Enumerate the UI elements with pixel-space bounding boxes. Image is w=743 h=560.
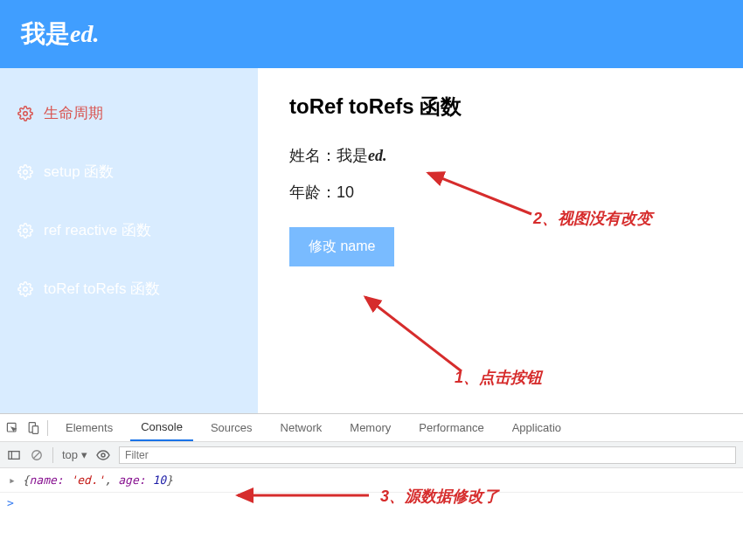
gear-icon: [17, 281, 33, 297]
main-layout: 生命周期 setup 函数 ref reactive 函数 toRef toRe…: [0, 68, 743, 413]
console-prompt[interactable]: >: [0, 493, 743, 513]
svg-line-16: [34, 452, 40, 458]
modify-name-button[interactable]: 修改 name: [289, 227, 394, 266]
header-title: 我是ed.: [21, 17, 99, 51]
clear-icon[interactable]: [30, 448, 44, 462]
header-title-suffix: ed.: [70, 20, 99, 47]
age-value: 10: [337, 183, 354, 201]
gear-icon: [17, 164, 33, 180]
svg-rect-12: [32, 425, 38, 433]
log-key-name: name:: [29, 474, 63, 487]
sidebar-item-label: toRef toRefs 函数: [44, 279, 160, 299]
sidebar-toggle-icon[interactable]: [7, 448, 21, 462]
log-val-name: 'ed.': [70, 474, 104, 487]
chevron-down-icon: ▾: [81, 448, 87, 461]
svg-point-2: [24, 228, 28, 232]
main-content: toRef toRefs 函数 姓名：我是ed. 年龄：10 修改 name: [258, 68, 743, 413]
console-log-row[interactable]: ▸ {name: 'ed.', age: 10}: [0, 468, 743, 493]
age-label: 年龄：: [289, 183, 337, 201]
tab-sources[interactable]: Sources: [200, 415, 263, 440]
sidebar-item-toref[interactable]: toRef toRefs 函数: [0, 259, 258, 318]
page-title: toRef toRefs 函数: [289, 93, 712, 121]
sidebar-item-label: setup 函数: [44, 162, 114, 182]
brace-close: }: [166, 474, 173, 487]
devtools-panel: Elements Console Sources Network Memory …: [0, 413, 743, 513]
tab-console[interactable]: Console: [130, 414, 193, 441]
tab-application[interactable]: Applicatio: [502, 415, 572, 440]
sidebar-item-label: ref reactive 函数: [44, 220, 151, 240]
context-select[interactable]: top ▾: [62, 448, 87, 461]
context-label: top: [62, 448, 78, 461]
device-icon[interactable]: [26, 421, 40, 435]
log-val-age: 10: [152, 474, 166, 487]
svg-point-0: [24, 111, 28, 115]
name-value-suffix: ed.: [368, 147, 387, 164]
expand-triangle-icon[interactable]: ▸: [9, 474, 16, 487]
svg-rect-13: [9, 451, 19, 459]
name-value-prefix: 我是: [337, 147, 368, 164]
svg-point-17: [101, 453, 105, 457]
log-comma: ,: [105, 474, 119, 487]
sidebar-item-label: 生命周期: [44, 103, 103, 123]
divider: [47, 420, 48, 436]
filter-input[interactable]: [119, 446, 736, 464]
divider: [52, 447, 53, 463]
tab-memory[interactable]: Memory: [339, 415, 401, 440]
name-label: 姓名：: [289, 147, 337, 164]
header-title-prefix: 我是: [21, 20, 70, 47]
tab-performance[interactable]: Performance: [408, 415, 494, 440]
sidebar-item-ref-reactive[interactable]: ref reactive 函数: [0, 201, 258, 259]
log-key-age: age:: [118, 474, 145, 487]
eye-icon[interactable]: [96, 448, 110, 462]
sidebar-item-setup[interactable]: setup 函数: [0, 142, 258, 201]
name-row: 姓名：我是ed.: [289, 145, 712, 166]
tab-network[interactable]: Network: [270, 415, 333, 440]
gear-icon: [17, 223, 33, 239]
devtools-tabs: Elements Console Sources Network Memory …: [0, 414, 743, 442]
svg-point-1: [24, 169, 28, 174]
tab-elements[interactable]: Elements: [55, 415, 123, 440]
sidebar-item-lifecycle[interactable]: 生命周期: [0, 84, 258, 142]
gear-icon: [17, 106, 33, 121]
inspect-icon[interactable]: [5, 421, 19, 435]
svg-point-3: [24, 287, 28, 291]
sidebar: 生命周期 setup 函数 ref reactive 函数 toRef toRe…: [0, 68, 258, 413]
devtools-toolbar: top ▾: [0, 442, 743, 468]
app-header: 我是ed.: [0, 0, 743, 68]
age-row: 年龄：10: [289, 182, 712, 203]
